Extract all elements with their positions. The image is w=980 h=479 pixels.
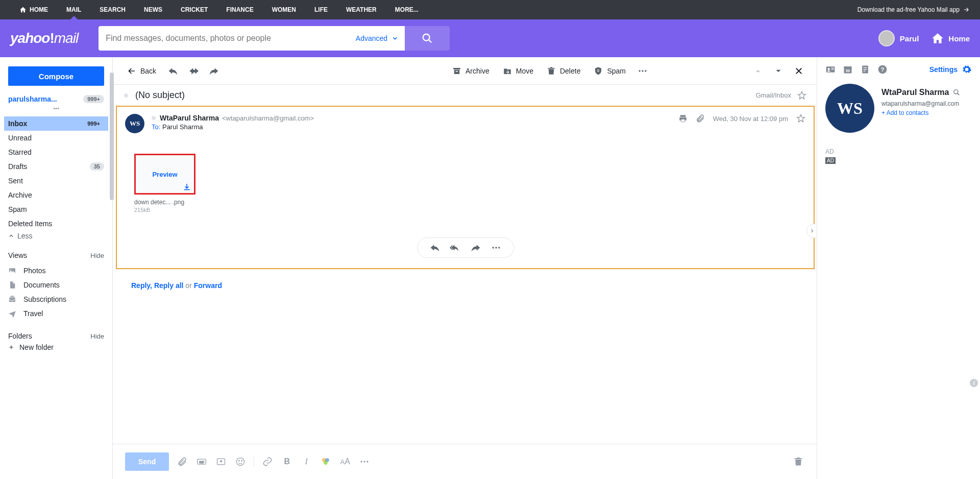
svg-point-12: [645, 70, 646, 71]
reply-link[interactable]: Reply: [131, 281, 150, 290]
add-to-contacts-link[interactable]: + Add to contacts: [881, 109, 960, 116]
discard-button[interactable]: [792, 456, 804, 468]
close-button[interactable]: [790, 62, 807, 80]
topnav-women[interactable]: WOMEN: [263, 0, 305, 19]
move-button[interactable]: Move: [498, 63, 538, 79]
calendar-icon-button[interactable]: 30: [843, 64, 853, 75]
print-button[interactable]: [678, 114, 688, 123]
send-button[interactable]: Send: [125, 452, 169, 471]
svg-rect-34: [831, 69, 834, 69]
help-icon-button[interactable]: ?: [877, 64, 888, 75]
home-link[interactable]: Home: [931, 32, 970, 45]
bold-button[interactable]: B: [281, 456, 293, 468]
attach-button[interactable]: [176, 456, 188, 468]
topnav-weather[interactable]: WEATHER: [337, 0, 386, 19]
topnav-news[interactable]: NEWS: [135, 0, 172, 19]
italic-button[interactable]: I: [300, 456, 312, 468]
view-photos[interactable]: Photos: [8, 264, 104, 278]
search-icon[interactable]: [953, 89, 960, 96]
forward-button[interactable]: [205, 62, 223, 80]
more-format-button[interactable]: [358, 456, 371, 468]
gif-button[interactable]: GIF: [195, 456, 208, 468]
forward-link[interactable]: Forward: [194, 281, 222, 290]
topnav-home[interactable]: HOME: [10, 0, 57, 19]
emoji-button[interactable]: [234, 456, 247, 468]
back-button[interactable]: Back: [122, 63, 161, 79]
user-menu[interactable]: Parul: [878, 30, 919, 46]
topnav-search[interactable]: SEARCH: [90, 0, 135, 19]
message-toolbar: Back Archive Move Delete Spam: [113, 57, 817, 85]
star-button[interactable]: [796, 114, 805, 123]
contact-avatar[interactable]: WS: [825, 84, 874, 133]
folder-inbox[interactable]: Inbox 999+: [4, 116, 108, 131]
document-icon: [8, 281, 16, 289]
yahoo-mail-logo[interactable]: yahoo!mail: [10, 30, 78, 46]
home-icon: [19, 6, 27, 13]
svg-text:30: 30: [846, 68, 850, 73]
reply-button[interactable]: [164, 62, 182, 80]
more-actions-button[interactable]: [634, 62, 651, 80]
info-badge[interactable]: i: [970, 379, 978, 387]
delete-button[interactable]: Delete: [542, 63, 585, 79]
qa-reply-all-button[interactable]: [447, 240, 463, 256]
search-input[interactable]: [99, 34, 350, 43]
topnav-life[interactable]: LIFE: [305, 0, 337, 19]
next-message-button[interactable]: [770, 62, 787, 80]
new-folder-button[interactable]: New folder: [8, 343, 104, 351]
qa-more-button[interactable]: [488, 240, 504, 256]
folder-drafts[interactable]: Drafts 35: [4, 159, 108, 174]
compose-button[interactable]: Compose: [8, 66, 104, 86]
spam-button[interactable]: Spam: [589, 63, 631, 79]
folder-unread[interactable]: Unread: [4, 131, 108, 145]
prev-message-button[interactable]: [749, 62, 767, 80]
view-travel[interactable]: Travel: [8, 306, 104, 321]
sender-avatar[interactable]: WS: [125, 114, 144, 133]
attachment-thumbnail[interactable]: Preview: [134, 154, 195, 195]
palette-icon: [321, 457, 330, 466]
topnav-more[interactable]: MORE...: [386, 0, 428, 19]
account-row[interactable]: parulsharma... 999+: [8, 95, 104, 103]
less-toggle[interactable]: Less: [8, 232, 104, 240]
folder-deleted[interactable]: Deleted Items: [4, 217, 108, 231]
close-icon: [794, 66, 803, 76]
text-color-button[interactable]: [320, 456, 332, 468]
download-app-link[interactable]: Download the ad-free Yahoo Mail app: [857, 6, 970, 13]
qa-reply-button[interactable]: [427, 240, 443, 256]
settings-link[interactable]: Settings: [929, 64, 972, 75]
scroll-thumb[interactable]: [110, 73, 114, 200]
topnav-cricket[interactable]: CRICKET: [172, 0, 217, 19]
view-subscriptions[interactable]: Subscriptions: [8, 292, 104, 306]
reply-all-link[interactable]: Reply all: [154, 281, 184, 290]
reply-all-button[interactable]: [185, 62, 202, 80]
hide-folders[interactable]: Hide: [90, 332, 104, 340]
svg-rect-13: [680, 115, 686, 117]
search-button[interactable]: [405, 26, 450, 51]
topnav-mail[interactable]: MAIL: [57, 0, 90, 19]
folder-archive[interactable]: Archive: [4, 188, 108, 202]
hide-views[interactable]: Hide: [90, 252, 104, 259]
user-name: Parul: [900, 34, 919, 43]
advanced-search-link[interactable]: Advanced: [350, 34, 405, 42]
read-dot[interactable]: [152, 116, 156, 120]
next-pane-button[interactable]: [806, 224, 818, 238]
view-documents[interactable]: Documents: [8, 278, 104, 292]
notepad-icon-button[interactable]: [860, 64, 870, 75]
svg-point-0: [423, 34, 430, 41]
qa-forward-button[interactable]: [468, 240, 484, 256]
attachment-download-button[interactable]: [183, 183, 191, 191]
to-name: Parul Sharma: [162, 123, 203, 131]
star-icon[interactable]: [797, 91, 806, 100]
folder-starred[interactable]: Starred: [4, 145, 108, 159]
attachment-indicator[interactable]: [696, 114, 705, 123]
read-status-dot[interactable]: [124, 93, 128, 98]
stationery-button[interactable]: [215, 456, 227, 468]
archive-button[interactable]: Archive: [447, 63, 495, 79]
scrollbar[interactable]: [110, 62, 114, 369]
account-expand[interactable]: •••: [8, 105, 104, 111]
folder-spam[interactable]: Spam: [4, 202, 108, 217]
link-button[interactable]: [261, 456, 274, 468]
contacts-icon-button[interactable]: [825, 64, 836, 75]
font-button[interactable]: AA: [339, 456, 351, 468]
folder-sent[interactable]: Sent: [4, 174, 108, 188]
topnav-finance[interactable]: FINANCE: [217, 0, 262, 19]
